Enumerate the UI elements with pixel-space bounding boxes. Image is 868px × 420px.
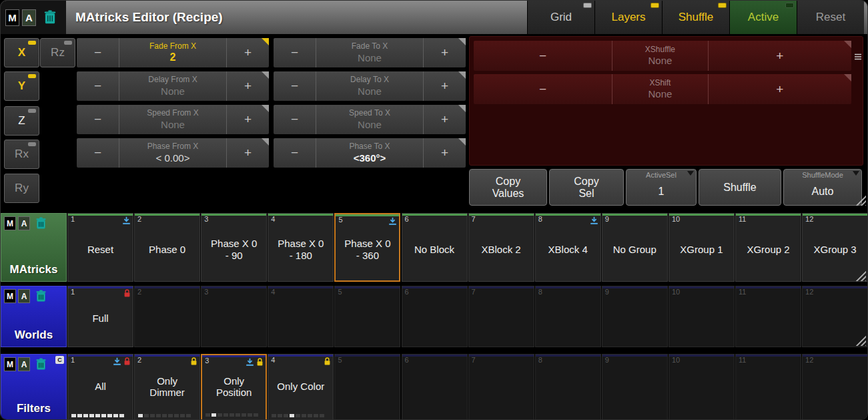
pool-item-number: 9 [605,356,609,364]
worlds-pool-item-2[interactable]: 2 [134,286,200,347]
worlds-pool-item-9[interactable]: 9 [602,286,668,347]
dropdown-arrow-icon [853,171,859,176]
axis-label: Rz [51,46,65,59]
matricks-pool-item-11[interactable]: 11XGroup 2 [735,213,801,282]
filters-pool-item-2[interactable]: 2Only Dimmer [134,354,200,420]
increment-button[interactable]: + [708,74,851,104]
worlds-pool-item-4[interactable]: 4 [268,286,334,347]
worlds-pool-item-6[interactable]: 6 [402,286,468,347]
decrement-button[interactable]: − [77,105,119,134]
decrement-button[interactable]: − [77,71,119,101]
decrement-button[interactable]: − [274,105,316,134]
worlds-pool-item-7[interactable]: 7 [468,286,534,347]
worlds-pool-item-3[interactable]: 3 [201,286,267,347]
editor-cell-phase-from-x: −Phase From X< 0.00>+ [77,138,269,168]
titlebar-button-layers[interactable]: Layers [594,1,662,34]
worlds-pool-items: 1Full23456789101112 [1,286,868,347]
pool-item-number: 7 [472,288,476,296]
matricks-pool-item-2[interactable]: 2Phase 0 [134,213,200,282]
value-area[interactable]: Fade To XNone [316,38,423,67]
worlds-pool-item-10[interactable]: 10 [669,286,735,347]
filter-block-dot [168,414,173,417]
decrement-button[interactable]: − [474,41,612,71]
pool-item-number: 7 [472,356,476,364]
pool-color-strip [536,286,600,288]
axis-label: X [18,46,25,59]
axis-tab-y[interactable]: Y [4,71,39,101]
matricks-pool-item-10[interactable]: 10XGroup 1 [669,213,735,282]
matricks-pool-item-5[interactable]: 5Phase X 0 - 360 [334,213,400,282]
matricks-pool-item-8[interactable]: 8XBlock 4 [535,213,601,282]
value-area[interactable]: Fade From X2 [119,38,226,67]
filter-block-dot [144,414,149,417]
copy-sel-button[interactable]: Copy Sel [549,169,624,206]
filters-pool-item-12[interactable]: 12 [802,354,868,420]
filters-pool-item-10[interactable]: 10 [669,354,735,420]
titlebar-button-grid[interactable]: Grid [527,1,594,34]
decrement-button[interactable]: − [274,38,316,67]
decrement-button[interactable]: − [77,138,119,168]
value-area[interactable]: Delay To XNone [316,71,423,101]
pool-item-label: Only Position [209,363,259,410]
value-area[interactable]: XShiftNone [612,74,708,104]
axis-tab-rx[interactable]: Rx [4,140,39,169]
value-area[interactable]: Phase From X< 0.00> [119,138,226,168]
titlebar-button-shuffle[interactable]: Shuffle [662,1,729,34]
axis-tab-x[interactable]: X [4,38,39,67]
matricks-pool-item-7[interactable]: 7XBlock 2 [468,213,534,282]
filters-pool-item-8[interactable]: 8 [535,354,601,420]
value-area[interactable]: Speed To XNone [316,105,423,134]
decrement-button[interactable]: − [274,138,316,168]
copy-values-button[interactable]: Copy Values [469,169,547,206]
filter-block-dot [186,414,191,417]
filters-pool-item-9[interactable]: 9 [602,354,668,420]
matricks-pool-item-12[interactable]: 12XGroup 3 [802,213,868,282]
activesel-dropdown[interactable]: ActiveSel 1 [626,169,697,206]
shuffle-button[interactable]: Shuffle [699,169,781,206]
worlds-pool-item-5[interactable]: 5 [334,286,400,347]
worlds-pool-item-11[interactable]: 11 [735,286,801,347]
button-label: Copy Sel [565,176,608,199]
filters-pool-item-4[interactable]: 4Only Color [268,354,334,420]
filters-pool-item-7[interactable]: 7 [468,354,534,420]
matricks-pool-item-1[interactable]: 1Reset [67,213,133,282]
titlebar-button-reset[interactable]: Reset [797,1,864,34]
matricks-pool-item-3[interactable]: 3Phase X 0 - 90 [201,213,267,282]
worlds-pool-item-12[interactable]: 12 [802,286,868,347]
worlds-pool-item-1[interactable]: 1Full [67,286,133,347]
cell-label: Speed From X [147,109,198,118]
scrollbar-grip-icon[interactable] [854,51,862,63]
axis-indicator-led [28,109,36,113]
cell-value: None [161,85,185,97]
filters-pool-item-5[interactable]: 5 [334,354,400,420]
decrement-button[interactable]: − [77,38,119,67]
axis-tab-z[interactable]: Z [4,106,39,136]
filters-pool-item-6[interactable]: 6 [402,354,468,420]
value-area[interactable]: Delay From XNone [119,71,226,101]
axis-tab-rz[interactable]: Rz [40,38,75,67]
pool-item-number: 9 [605,288,609,296]
download-icon [113,356,121,368]
button-label: Shuffle [679,11,714,24]
shufflemode-dropdown[interactable]: ShuffleMode Auto [783,169,862,206]
pool-color-strip [536,355,600,357]
matricks-pool-item-9[interactable]: 9No Group [602,213,668,282]
titlebar-button-active[interactable]: Active [729,1,797,34]
value-area[interactable]: Phase To X<360°> [316,138,423,168]
matricks-pool-item-6[interactable]: 6No Block [402,213,468,282]
matricks-pool-item-4[interactable]: 4Phase X 0 - 180 [268,213,334,282]
value-area[interactable]: XShuffleNone [612,41,708,71]
dropdown-value: Auto [812,186,834,197]
worlds-pool-item-8[interactable]: 8 [535,286,601,347]
filters-pool-item-1[interactable]: 1All [67,354,133,420]
window-titlebar[interactable]: M A MAtricks Editor (Recipe) GridLayersS… [1,1,867,34]
decrement-button[interactable]: − [474,74,612,104]
trash-icon[interactable] [43,10,57,25]
filters-pool-item-11[interactable]: 11 [735,354,801,420]
filters-pool-item-3[interactable]: 3Only Position [201,354,267,420]
increment-button[interactable]: + [708,41,851,71]
axis-tab-ry[interactable]: Ry [4,174,39,203]
pool-item-label: No Block [409,222,460,277]
decrement-button[interactable]: − [274,71,316,101]
value-area[interactable]: Speed From XNone [119,105,226,134]
